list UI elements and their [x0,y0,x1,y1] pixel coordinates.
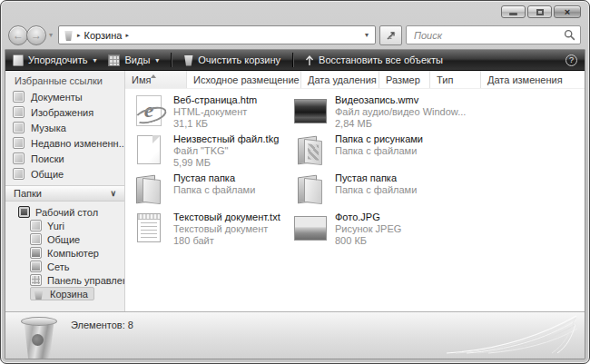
chevron-down-icon: ▾ [155,56,159,64]
video-file-icon [294,99,327,123]
file-name: Текстовый документ.txt [173,212,280,223]
address-bar[interactable]: ▸ Корзина ▸ ▾ [58,25,376,44]
minimize-button[interactable] [501,5,526,18]
close-button[interactable]: × [554,5,581,18]
file-details: Фото.JPG Рисунок JPEG 800 КБ [335,211,401,247]
sidebar-item-label: Изображения [31,107,93,118]
file-type: Файл аудио/видео Window... [335,106,466,118]
sort-ascending-icon [151,72,156,78]
views-icon [108,54,120,66]
refresh-icon [385,30,398,41]
user-folder-icon [30,220,42,231]
organize-button[interactable]: Упорядочить ▾ [13,54,96,66]
file-type: Папка с файлами [173,184,255,196]
restore-all-button[interactable]: Восстановить все объекты [305,54,443,66]
column-header-date-deleted[interactable]: Дата удаления [301,71,379,88]
column-label: Имя [132,74,151,85]
file-tile-unknown-file[interactable]: Неизвестный файл.tkg Файл "TKG" 5,99 МБ [133,131,294,170]
column-label: Размер [386,74,420,85]
file-type: Файл "TKG" [173,145,279,157]
control-panel-icon [30,274,42,286]
tree-item-control-panel[interactable]: Панель управления [5,273,124,287]
restore-icon [305,54,314,66]
maximize-icon [536,9,544,15]
file-list-pane: Имя Исходное размещение Дата удаления Ра… [125,71,585,311]
file-size: 31,1 КБ [173,118,257,130]
file-tile-photo[interactable]: Фото.JPG Рисунок JPEG 800 КБ [294,209,585,248]
recycle-bin-icon [64,29,74,41]
file-details: Папка с рисунками Папка с файлами [335,133,423,157]
recycle-bin-icon [33,288,44,300]
file-tile-pictures-folder[interactable]: Папка с рисунками Папка с файлами [294,131,585,170]
chevron-down-icon: ∨ [110,189,116,198]
text-document-icon [137,213,161,242]
file-type: Рисунок JPEG [335,223,401,235]
column-header-name[interactable]: Имя [125,71,187,88]
tree-item-desktop[interactable]: Рабочий стол [5,205,124,219]
file-icon [294,172,327,206]
file-tile-video[interactable]: Видеозапись.wmv Файл аудио/видео Window.… [294,92,585,131]
forward-arrow-icon: → [31,30,42,41]
sidebar-item-documents[interactable]: Документы [5,89,124,104]
folders-title: Папки [14,188,42,199]
file-name: Пустая папка [173,172,255,184]
tree-item-label: Рабочий стол [35,207,98,218]
folders-expander[interactable]: Папки ∨ [5,185,124,202]
tree-item-public[interactable]: Общие [5,232,124,246]
sidebar-item-searches[interactable]: Поиски [5,151,124,166]
folder-icon [297,173,324,204]
empty-recycle-bin-label: Очистить корзину [198,54,280,65]
help-button[interactable]: ? [565,54,577,66]
file-size: 800 КБ [335,235,401,247]
tree-item-label: Корзина [50,289,88,300]
file-type: HTML-документ [173,106,257,118]
maximize-button[interactable] [527,5,552,18]
column-header-original-location[interactable]: Исходное размещение [187,71,301,88]
refresh-button[interactable] [379,25,402,45]
forward-button[interactable]: → [26,25,46,45]
chevron-down-icon: ▾ [93,56,96,64]
file-type: Папка с файлами [335,184,417,196]
file-details: Веб-страница.htm HTML-документ 31,1 КБ [173,93,257,130]
empty-recycle-bin-button[interactable]: Очистить корзину [183,54,280,66]
sidebar-item-pictures[interactable]: Изображения [5,104,124,120]
navigation-buttons: ← → ▾ [8,25,54,45]
content-frame: Упорядочить ▾ Виды ▾ Очистить корзину Во… [5,49,585,359]
unknown-file-icon [137,135,161,164]
tree-item-label: Панель управления [47,275,125,286]
search-icon [564,29,575,41]
file-tile-text-document[interactable]: Текстовый документ.txt Текстовый докумен… [133,209,294,248]
sidebar-item-music[interactable]: Музыка [5,120,124,135]
file-details: Видеозапись.wmv Файл аудио/видео Window.… [335,93,466,130]
organize-icon [13,54,24,66]
file-name: Пустая папка [335,172,417,184]
column-header-type[interactable]: Тип [430,71,481,88]
tree-item-network[interactable]: Сеть [5,260,124,273]
breadcrumb-arrow-icon[interactable]: ▸ [125,32,129,39]
breadcrumb-location[interactable]: Корзина [84,30,123,41]
sidebar-item-label: Поиски [31,153,64,164]
views-button[interactable]: Виды ▾ [108,54,159,66]
tree-item-recycle-bin[interactable]: Корзина [30,287,94,300]
tree-item-label: Компьютер [47,248,99,259]
file-icon [133,211,165,245]
favorites-title: Избранные ссылки [5,71,124,89]
recent-pages-dropdown[interactable]: ▾ [49,31,53,39]
file-tile-empty-folder[interactable]: Пустая папка Папка с файлами [294,170,585,209]
back-button[interactable]: ← [8,25,28,45]
search-input[interactable] [412,29,564,42]
file-tile-empty-folder[interactable]: Пустая папка Папка с файлами [133,170,294,209]
sidebar-item-recent[interactable]: Недавно измененн... [5,135,124,151]
tree-item-label: Сеть [47,261,69,272]
tree-item-label: Yuri [47,221,64,231]
tree-item-computer[interactable]: Компьютер [5,246,124,260]
column-header-size[interactable]: Размер [379,71,430,88]
sidebar-item-public[interactable]: Общие [5,166,124,182]
file-icon [133,133,165,167]
recycle-bin-large-icon [15,314,64,359]
address-dropdown-icon[interactable]: ▾ [361,31,372,39]
file-tile-web-page[interactable]: e Веб-страница.htm HTML-документ 31,1 КБ [133,92,294,131]
column-header-date-modified[interactable]: Дата изменения [481,71,585,88]
tree-item-user[interactable]: Yuri [5,219,124,232]
title-bar: × [1,1,589,23]
